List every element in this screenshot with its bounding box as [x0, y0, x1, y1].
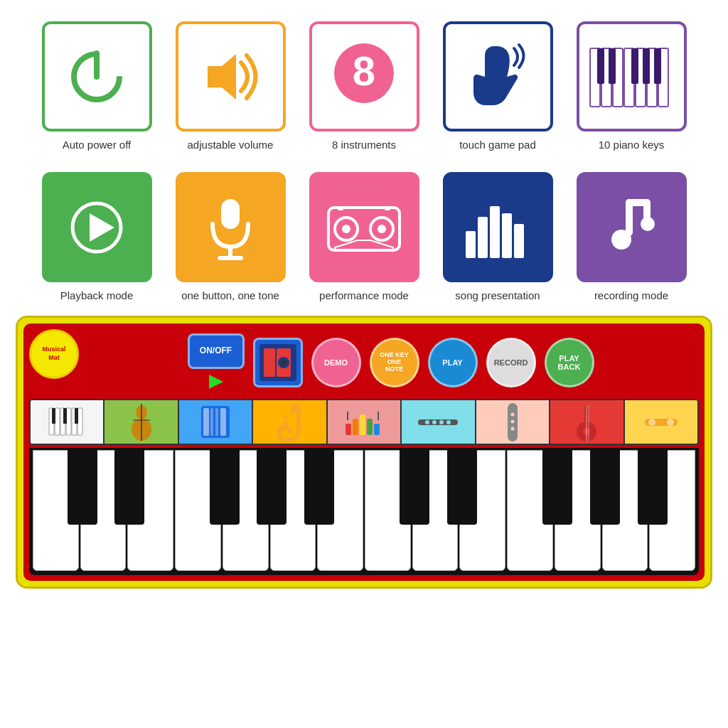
- playback-mode-icon-box: [42, 172, 152, 282]
- play-button[interactable]: PLAY: [428, 338, 478, 387]
- svg-rect-63: [215, 408, 218, 436]
- speaker-button[interactable]: [253, 338, 303, 387]
- one-button-icon-box: [176, 172, 286, 282]
- svg-rect-53: [63, 408, 67, 424]
- white-key-12[interactable]: [555, 450, 601, 571]
- white-key-2[interactable]: [80, 450, 127, 571]
- svg-point-82: [510, 419, 514, 423]
- svg-point-44: [281, 360, 287, 365]
- white-key-13[interactable]: [602, 450, 648, 571]
- instrument-guitar[interactable]: [550, 400, 624, 444]
- svg-point-83: [510, 427, 514, 430]
- note-icon: [603, 196, 660, 259]
- guitar-icon: [572, 402, 601, 443]
- speaker-icon: [258, 343, 298, 382]
- recording-mode-icon-box: [577, 172, 687, 282]
- instrument-xylophone[interactable]: [328, 400, 402, 444]
- svg-point-26: [378, 225, 386, 233]
- instrument-piano[interactable]: [31, 400, 105, 444]
- svg-rect-16: [654, 48, 661, 84]
- svg-rect-33: [514, 224, 524, 258]
- svg-point-91: [667, 419, 674, 426]
- svg-point-65: [290, 407, 297, 414]
- feature-performance-mode: performance mode: [304, 172, 424, 301]
- svg-rect-49: [66, 408, 71, 435]
- svg-rect-68: [346, 424, 351, 435]
- accordion-icon: [198, 402, 233, 441]
- play-icon: [68, 199, 125, 256]
- svg-rect-28: [385, 206, 390, 210]
- svg-rect-71: [367, 419, 373, 435]
- feature-playback-mode: Playback mode: [36, 172, 157, 301]
- svg-rect-31: [490, 206, 500, 258]
- svg-rect-61: [203, 408, 209, 436]
- svg-point-77: [432, 420, 437, 424]
- svg-marker-39: [209, 375, 223, 389]
- onoff-label: ON/OFF: [200, 346, 232, 355]
- 8-instruments-icon-box: 8: [309, 21, 419, 132]
- adjustable-volume-label: adjustable volume: [188, 139, 274, 151]
- onekey-button[interactable]: ONE KEYONENOTE: [370, 338, 419, 387]
- mic-icon: [205, 196, 255, 259]
- feature-recording-mode: recording mode: [571, 172, 692, 301]
- svg-rect-69: [353, 419, 358, 435]
- white-key-6[interactable]: [270, 450, 316, 571]
- controls-row: ON/OFF: [29, 329, 699, 396]
- mat-logo-text: MusicalMat: [42, 346, 65, 362]
- instrument-flute[interactable]: [402, 400, 476, 444]
- record-button[interactable]: RECORD: [486, 338, 536, 387]
- white-key-10[interactable]: [459, 450, 505, 571]
- playback-mode-label: Playback mode: [60, 289, 134, 301]
- cassette-icon: [325, 199, 403, 256]
- svg-rect-52: [52, 408, 55, 424]
- onoff-group: ON/OFF: [188, 333, 245, 392]
- 8-instruments-label: 8 instruments: [332, 139, 396, 151]
- extra-instrument-icon: [643, 413, 679, 431]
- svg-rect-15: [643, 48, 650, 84]
- white-key-11[interactable]: [507, 450, 553, 571]
- playback-button[interactable]: PLAYBACK: [545, 338, 594, 387]
- instrument-violin[interactable]: [105, 400, 178, 444]
- white-key-14[interactable]: [649, 450, 695, 571]
- onekey-label: ONE KEYONENOTE: [380, 352, 409, 373]
- volume-icon: [197, 48, 264, 105]
- svg-marker-2: [208, 54, 236, 100]
- 10-piano-keys-icon-box: [577, 21, 687, 132]
- svg-rect-70: [360, 414, 365, 435]
- demo-button[interactable]: DEMO: [311, 338, 361, 387]
- performance-mode-label: performance mode: [319, 289, 409, 301]
- white-key-3[interactable]: [127, 450, 173, 571]
- eight-icon: 8: [332, 41, 396, 112]
- onoff-button[interactable]: ON/OFF: [188, 333, 245, 369]
- play-label: PLAY: [442, 358, 462, 367]
- svg-rect-12: [597, 48, 604, 84]
- xylophone-icon: [344, 406, 383, 438]
- svg-rect-22: [328, 208, 400, 250]
- white-key-5[interactable]: [223, 450, 269, 571]
- white-key-4[interactable]: [175, 450, 221, 571]
- instrument-recorder[interactable]: [476, 400, 550, 444]
- touch-icon: [468, 43, 528, 110]
- svg-point-24: [342, 225, 350, 233]
- svg-rect-51: [77, 408, 82, 435]
- song-presentation-label: song presentation: [455, 289, 540, 301]
- instrument-accordion[interactable]: [179, 400, 253, 444]
- auto-power-off-label: Auto power off: [63, 139, 131, 151]
- piano-keys-outer: [29, 448, 699, 575]
- svg-point-90: [648, 419, 655, 426]
- instrument-extra[interactable]: [625, 400, 697, 444]
- svg-rect-13: [609, 48, 616, 84]
- white-key-1[interactable]: [33, 450, 79, 571]
- white-key-7[interactable]: [317, 450, 363, 571]
- power-icon: [65, 45, 129, 109]
- piano-keys-area: [31, 450, 697, 571]
- white-key-8[interactable]: [365, 450, 411, 571]
- instrument-saxophone[interactable]: [253, 400, 327, 444]
- touch-game-pad-icon-box: [443, 21, 553, 132]
- auto-power-off-icon-box: [42, 21, 152, 132]
- feature-auto-power-off: Auto power off: [36, 21, 157, 151]
- performance-mode-icon-box: [309, 172, 419, 282]
- one-button-one-tone-label: one button, one tone: [181, 289, 279, 301]
- equalizer-icon: [462, 196, 533, 259]
- white-key-9[interactable]: [412, 450, 459, 571]
